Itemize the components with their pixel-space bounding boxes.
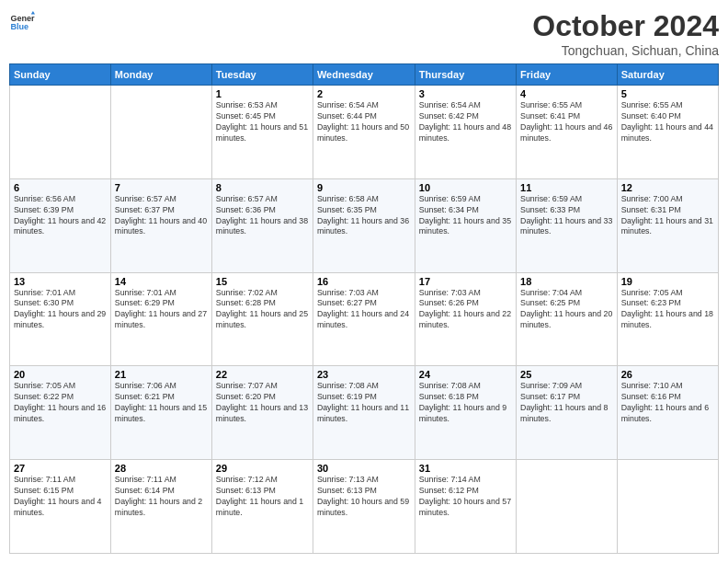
day-number: 29 [216, 463, 309, 474]
day-info: Sunrise: 7:08 AMSunset: 6:19 PMDaylight:… [317, 381, 411, 425]
day-info: Sunrise: 7:00 AMSunset: 6:31 PMDaylight:… [621, 194, 714, 238]
day-info: Sunrise: 7:12 AMSunset: 6:13 PMDaylight:… [216, 475, 309, 519]
calendar-cell: 11Sunrise: 6:59 AMSunset: 6:33 PMDayligh… [517, 178, 618, 272]
day-number: 19 [621, 276, 714, 287]
day-number: 24 [419, 369, 512, 380]
svg-text:Blue: Blue [10, 22, 28, 31]
calendar-week-row: 1Sunrise: 6:53 AMSunset: 6:45 PMDaylight… [10, 86, 719, 179]
calendar-header-row: SundayMondayTuesdayWednesdayThursdayFrid… [10, 64, 719, 86]
day-info: Sunrise: 7:13 AMSunset: 6:13 PMDaylight:… [317, 475, 411, 519]
calendar-cell: 2Sunrise: 6:54 AMSunset: 6:44 PMDaylight… [313, 86, 415, 179]
day-number: 6 [14, 182, 107, 193]
day-info: Sunrise: 6:54 AMSunset: 6:42 PMDaylight:… [419, 100, 512, 144]
day-info: Sunrise: 7:06 AMSunset: 6:21 PMDaylight:… [115, 381, 208, 425]
calendar-cell: 31Sunrise: 7:14 AMSunset: 6:12 PMDayligh… [415, 460, 516, 554]
calendar-week-row: 20Sunrise: 7:05 AMSunset: 6:22 PMDayligh… [10, 366, 719, 460]
day-number: 2 [317, 88, 411, 99]
day-info: Sunrise: 7:03 AMSunset: 6:26 PMDaylight:… [419, 288, 512, 332]
day-info: Sunrise: 6:59 AMSunset: 6:33 PMDaylight:… [520, 194, 613, 238]
calendar-cell: 9Sunrise: 6:58 AMSunset: 6:35 PMDaylight… [313, 178, 415, 272]
day-number: 17 [419, 276, 512, 287]
calendar-cell [617, 460, 718, 554]
calendar-cell: 10Sunrise: 6:59 AMSunset: 6:34 PMDayligh… [415, 178, 516, 272]
day-info: Sunrise: 6:57 AMSunset: 6:36 PMDaylight:… [216, 194, 309, 238]
calendar-cell: 20Sunrise: 7:05 AMSunset: 6:22 PMDayligh… [10, 366, 111, 460]
day-number: 23 [317, 369, 411, 380]
calendar-cell: 27Sunrise: 7:11 AMSunset: 6:15 PMDayligh… [10, 460, 111, 554]
day-number: 8 [216, 182, 309, 193]
weekday-header: Friday [517, 64, 618, 86]
day-info: Sunrise: 7:11 AMSunset: 6:15 PMDaylight:… [14, 475, 107, 519]
calendar-week-row: 6Sunrise: 6:56 AMSunset: 6:39 PMDaylight… [10, 178, 719, 272]
svg-text:General: General [10, 14, 35, 23]
day-info: Sunrise: 6:59 AMSunset: 6:34 PMDaylight:… [419, 194, 512, 238]
calendar-cell: 23Sunrise: 7:08 AMSunset: 6:19 PMDayligh… [313, 366, 415, 460]
day-number: 18 [520, 276, 613, 287]
calendar-cell: 13Sunrise: 7:01 AMSunset: 6:30 PMDayligh… [10, 272, 111, 366]
day-info: Sunrise: 7:09 AMSunset: 6:17 PMDaylight:… [520, 381, 613, 425]
day-info: Sunrise: 7:04 AMSunset: 6:25 PMDaylight:… [520, 288, 613, 332]
day-number: 15 [216, 276, 309, 287]
day-info: Sunrise: 7:14 AMSunset: 6:12 PMDaylight:… [419, 475, 512, 519]
day-info: Sunrise: 7:03 AMSunset: 6:27 PMDaylight:… [317, 288, 411, 332]
day-number: 7 [115, 182, 208, 193]
day-number: 10 [419, 182, 512, 193]
calendar-cell [110, 86, 211, 179]
day-number: 21 [115, 369, 208, 380]
month-title: October 2024 [532, 9, 719, 43]
day-number: 4 [520, 88, 613, 99]
day-number: 26 [621, 369, 714, 380]
title-block: October 2024 Tongchuan, Sichuan, China [532, 9, 719, 58]
day-number: 20 [14, 369, 107, 380]
calendar-cell [517, 460, 618, 554]
calendar-cell: 6Sunrise: 6:56 AMSunset: 6:39 PMDaylight… [10, 178, 111, 272]
calendar-cell: 7Sunrise: 6:57 AMSunset: 6:37 PMDaylight… [110, 178, 211, 272]
day-info: Sunrise: 6:55 AMSunset: 6:41 PMDaylight:… [520, 100, 613, 144]
calendar-cell: 12Sunrise: 7:00 AMSunset: 6:31 PMDayligh… [617, 178, 718, 272]
calendar-cell [10, 86, 111, 179]
day-info: Sunrise: 7:10 AMSunset: 6:16 PMDaylight:… [621, 381, 714, 425]
day-number: 13 [14, 276, 107, 287]
day-number: 12 [621, 182, 714, 193]
day-number: 22 [216, 369, 309, 380]
weekday-header: Wednesday [313, 64, 415, 86]
day-number: 30 [317, 463, 411, 474]
weekday-header: Tuesday [211, 64, 313, 86]
day-info: Sunrise: 6:56 AMSunset: 6:39 PMDaylight:… [14, 194, 107, 238]
day-number: 16 [317, 276, 411, 287]
day-number: 28 [115, 463, 208, 474]
calendar-cell: 30Sunrise: 7:13 AMSunset: 6:13 PMDayligh… [313, 460, 415, 554]
location: Tongchuan, Sichuan, China [532, 43, 719, 58]
weekday-header: Monday [110, 64, 211, 86]
day-number: 9 [317, 182, 411, 193]
day-info: Sunrise: 7:05 AMSunset: 6:23 PMDaylight:… [621, 288, 714, 332]
calendar-cell: 21Sunrise: 7:06 AMSunset: 6:21 PMDayligh… [110, 366, 211, 460]
day-info: Sunrise: 6:58 AMSunset: 6:35 PMDaylight:… [317, 194, 411, 238]
day-info: Sunrise: 6:54 AMSunset: 6:44 PMDaylight:… [317, 100, 411, 144]
day-number: 1 [216, 88, 309, 99]
day-info: Sunrise: 6:55 AMSunset: 6:40 PMDaylight:… [621, 100, 714, 144]
calendar-cell: 29Sunrise: 7:12 AMSunset: 6:13 PMDayligh… [211, 460, 313, 554]
day-number: 5 [621, 88, 714, 99]
calendar-cell: 14Sunrise: 7:01 AMSunset: 6:29 PMDayligh… [110, 272, 211, 366]
calendar-cell: 4Sunrise: 6:55 AMSunset: 6:41 PMDaylight… [517, 86, 618, 179]
weekday-header: Saturday [617, 64, 718, 86]
day-info: Sunrise: 6:57 AMSunset: 6:37 PMDaylight:… [115, 194, 208, 238]
calendar-cell: 22Sunrise: 7:07 AMSunset: 6:20 PMDayligh… [211, 366, 313, 460]
calendar-cell: 17Sunrise: 7:03 AMSunset: 6:26 PMDayligh… [415, 272, 516, 366]
calendar-cell: 8Sunrise: 6:57 AMSunset: 6:36 PMDaylight… [211, 178, 313, 272]
calendar-cell: 15Sunrise: 7:02 AMSunset: 6:28 PMDayligh… [211, 272, 313, 366]
calendar-cell: 18Sunrise: 7:04 AMSunset: 6:25 PMDayligh… [517, 272, 618, 366]
calendar-table: SundayMondayTuesdayWednesdayThursdayFrid… [9, 63, 719, 554]
svg-marker-2 [31, 11, 35, 15]
day-number: 14 [115, 276, 208, 287]
page-header: General Blue October 2024 Tongchuan, Sic… [9, 9, 719, 58]
weekday-header: Sunday [10, 64, 111, 86]
day-info: Sunrise: 7:08 AMSunset: 6:18 PMDaylight:… [419, 381, 512, 425]
day-number: 11 [520, 182, 613, 193]
calendar-week-row: 27Sunrise: 7:11 AMSunset: 6:15 PMDayligh… [10, 460, 719, 554]
day-info: Sunrise: 7:11 AMSunset: 6:14 PMDaylight:… [115, 475, 208, 519]
calendar-cell: 24Sunrise: 7:08 AMSunset: 6:18 PMDayligh… [415, 366, 516, 460]
day-number: 27 [14, 463, 107, 474]
calendar-cell: 3Sunrise: 6:54 AMSunset: 6:42 PMDaylight… [415, 86, 516, 179]
